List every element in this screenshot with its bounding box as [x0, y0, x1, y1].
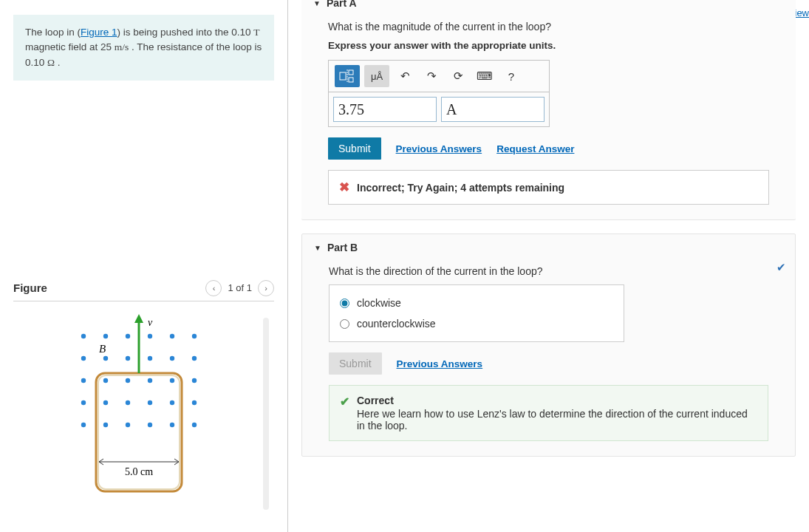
part-b-feedback: ✔ Correct Here we learn how to use Lenz'… — [329, 385, 768, 441]
problem-text-1: ) is being pushed into the 0.10 — [117, 27, 251, 38]
unit-tesla: T — [253, 27, 259, 38]
answer-input-panel: μÅ ↶ ↷ ⟳ ⌨ ? — [328, 60, 550, 127]
submit-button[interactable]: Submit — [328, 137, 381, 160]
svg-point-16 — [170, 378, 174, 383]
figure-heading: Figure — [13, 282, 47, 294]
previous-answers-link[interactable]: Previous Answers — [396, 143, 482, 154]
svg-marker-33 — [134, 314, 143, 323]
radio-clockwise[interactable]: clockwise — [340, 293, 613, 313]
caret-down-icon: ▼ — [314, 244, 321, 252]
figure-prev-button[interactable]: ‹ — [205, 280, 222, 296]
figure-section: Figure ‹ 1 of 1 › — [13, 280, 274, 517]
svg-point-14 — [126, 378, 130, 383]
help-icon: ? — [508, 70, 514, 83]
problem-text-pre: The loop in ( — [25, 27, 81, 38]
figure-v-label: v — [148, 317, 153, 328]
radio-counterclockwise-input[interactable] — [340, 319, 349, 329]
svg-point-8 — [126, 356, 130, 361]
reset-icon: ⟳ — [454, 69, 463, 83]
problem-statement: The loop in (Figure 1) is being pushed i… — [13, 15, 274, 81]
app-root: The loop in (Figure 1) is being pushed i… — [0, 0, 809, 532]
part-a-feedback-text: Incorrect; Try Again; 4 attempts remaini… — [357, 182, 564, 194]
svg-point-7 — [103, 356, 108, 361]
part-b-title: Part B — [327, 242, 358, 253]
svg-point-20 — [126, 400, 130, 405]
part-a-instruction: Express your answer with the appropriate… — [328, 40, 769, 51]
template-button[interactable] — [335, 65, 360, 87]
part-b-feedback-text: Here we learn how to use Lenz's law to d… — [357, 408, 748, 432]
figure-svg: 5.0 cm B v — [58, 314, 220, 514]
unit-input[interactable] — [441, 97, 545, 122]
left-column: The loop in (Figure 1) is being pushed i… — [0, 0, 288, 532]
svg-point-9 — [148, 356, 152, 361]
svg-rect-35 — [340, 72, 346, 80]
redo-button[interactable]: ↷ — [420, 65, 443, 87]
svg-point-3 — [148, 334, 152, 338]
request-answer-link[interactable]: Request Answer — [496, 143, 574, 154]
problem-text-4: . — [55, 57, 61, 68]
part-b-header[interactable]: ▼ Part B — [314, 242, 783, 259]
svg-point-22 — [170, 400, 174, 405]
svg-point-12 — [81, 378, 86, 383]
right-column: ▮▮ Review ▼ Part A What is the magnitude… — [288, 0, 809, 532]
submit-button-disabled: Submit — [329, 352, 382, 375]
figure-link[interactable]: Figure 1 — [81, 27, 117, 38]
svg-point-15 — [148, 378, 152, 383]
radio-counterclockwise[interactable]: counterclockwise — [340, 313, 613, 334]
part-a: ▼ Part A What is the magnitude of the cu… — [301, 0, 796, 220]
undo-icon: ↶ — [400, 69, 410, 83]
figure-scrollbar[interactable] — [263, 318, 269, 510]
figure-next-button[interactable]: › — [258, 280, 274, 296]
svg-point-26 — [126, 423, 130, 427]
part-b: ▼ Part B ✔ What is the direction of the … — [301, 233, 796, 457]
template-icon — [339, 69, 355, 83]
svg-point-29 — [192, 423, 197, 427]
previous-answers-link-b[interactable]: Previous Answers — [397, 358, 483, 369]
svg-point-6 — [81, 356, 86, 361]
redo-icon: ↷ — [427, 69, 437, 83]
svg-point-4 — [170, 334, 174, 338]
radio-clockwise-label: clockwise — [357, 297, 401, 309]
radio-counterclockwise-label: counterclockwise — [357, 318, 436, 330]
answer-toolbar: μÅ ↶ ↷ ⟳ ⌨ ? — [329, 61, 549, 92]
figure-nav: ‹ 1 of 1 › — [205, 280, 274, 296]
svg-point-28 — [170, 423, 174, 427]
units-button[interactable]: μÅ — [364, 65, 389, 87]
part-a-title: Part A — [327, 0, 357, 9]
svg-point-19 — [103, 400, 108, 405]
direction-radio-group: clockwise counterclockwise — [329, 284, 624, 342]
svg-rect-36 — [349, 70, 353, 75]
figure-body: 5.0 cm B v — [13, 310, 264, 517]
unit-ohm: Ω — [47, 57, 55, 68]
svg-point-2 — [126, 334, 130, 338]
svg-point-1 — [103, 334, 108, 338]
svg-point-0 — [81, 334, 86, 338]
part-a-question: What is the magnitude of the current in … — [328, 21, 769, 33]
value-input[interactable] — [333, 97, 437, 122]
part-b-feedback-body: Correct Here we learn how to use Lenz's … — [357, 395, 757, 432]
part-b-body: What is the direction of the current in … — [314, 259, 783, 444]
svg-point-10 — [170, 356, 174, 361]
part-a-header[interactable]: ▼ Part A — [313, 0, 784, 15]
part-a-actions: Submit Previous Answers Request Answer — [328, 137, 769, 160]
svg-rect-37 — [349, 78, 353, 82]
part-b-feedback-title: Correct — [357, 395, 757, 406]
part-b-question: What is the direction of the current in … — [329, 265, 768, 277]
figure-counter: 1 of 1 — [228, 282, 252, 293]
figure-width-label: 5.0 cm — [125, 466, 153, 477]
help-button[interactable]: ? — [500, 65, 522, 87]
part-b-complete-icon: ✔ — [776, 261, 786, 274]
value-row — [329, 92, 549, 126]
figure-header: Figure ‹ 1 of 1 › — [13, 280, 274, 301]
keyboard-icon: ⌨ — [477, 69, 493, 83]
reset-button[interactable]: ⟳ — [447, 65, 469, 87]
keyboard-button[interactable]: ⌨ — [474, 65, 496, 87]
svg-point-17 — [192, 378, 197, 383]
part-a-body: What is the magnitude of the current in … — [313, 15, 784, 208]
undo-button[interactable]: ↶ — [394, 65, 416, 87]
caret-down-icon: ▼ — [313, 0, 321, 7]
figure-b-label: B — [99, 343, 106, 355]
svg-point-18 — [81, 400, 86, 405]
radio-clockwise-input[interactable] — [340, 299, 349, 308]
problem-text-2: magnetic field at 25 — [25, 41, 112, 52]
